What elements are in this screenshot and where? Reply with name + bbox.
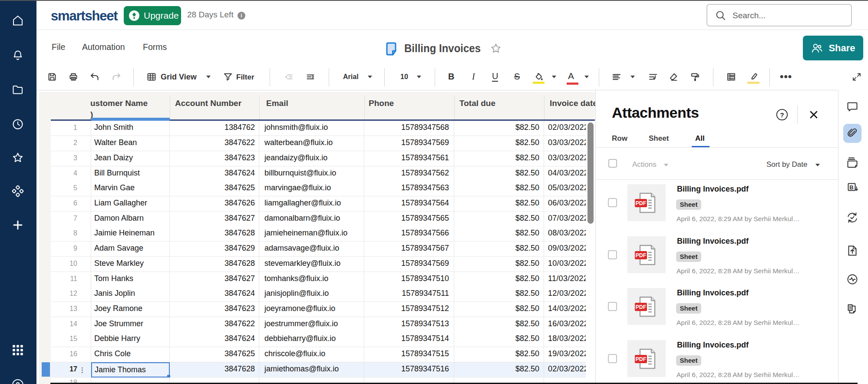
svg-text:PDF: PDF [636, 356, 647, 362]
svg-text:PDF: PDF [636, 252, 647, 258]
svg-text:PDF: PDF [636, 304, 647, 310]
svg-text:?: ? [780, 111, 784, 119]
svg-text:?: ? [16, 381, 20, 384]
svg-text:B: B [849, 184, 853, 191]
svg-text:PDF: PDF [636, 200, 647, 206]
